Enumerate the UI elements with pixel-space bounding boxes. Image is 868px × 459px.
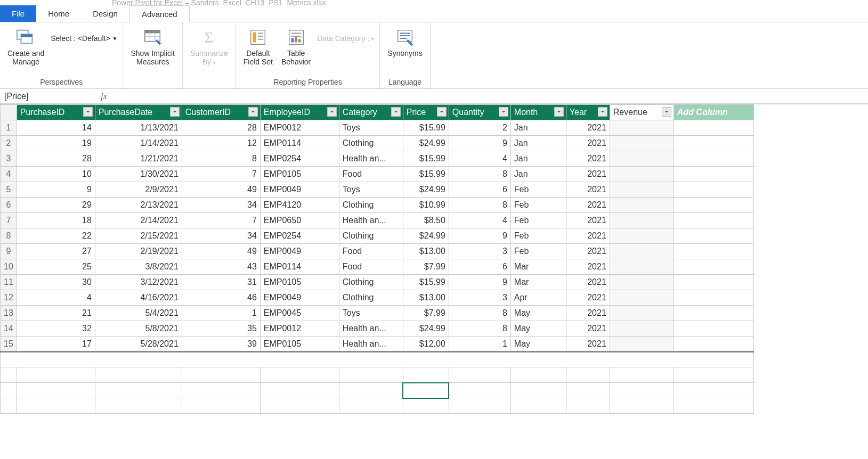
cell-purchaseid[interactable]: 30 xyxy=(17,275,95,290)
cell-price[interactable]: $12.00 xyxy=(403,337,449,352)
measure-cell[interactable] xyxy=(17,398,95,414)
tab-home[interactable]: Home xyxy=(36,5,81,22)
cell-revenue[interactable] xyxy=(610,321,674,337)
column-header-category[interactable]: Category xyxy=(339,105,403,120)
measure-cell[interactable] xyxy=(17,383,95,398)
cell-employeeid[interactable]: EMP0045 xyxy=(260,306,339,321)
cell-quantity[interactable]: 3 xyxy=(449,290,510,306)
cell-purchaseid[interactable]: 22 xyxy=(17,228,95,244)
measure-cell[interactable] xyxy=(566,367,610,383)
cell-year[interactable]: 2021 xyxy=(566,290,610,306)
cell-month[interactable]: May xyxy=(510,306,566,321)
measure-cell[interactable] xyxy=(95,367,182,383)
cell-addcol[interactable] xyxy=(674,275,753,290)
cell-revenue[interactable] xyxy=(610,120,674,136)
cell-year[interactable]: 2021 xyxy=(566,275,610,290)
row-header[interactable]: 9 xyxy=(1,244,17,259)
cell-revenue[interactable] xyxy=(610,182,674,198)
cell-price[interactable]: $15.99 xyxy=(403,275,449,290)
measure-cell[interactable] xyxy=(566,398,610,414)
cell-purchaseid[interactable]: 4 xyxy=(17,290,95,306)
cell-price[interactable]: $10.99 xyxy=(403,198,449,213)
cell-purchasedate[interactable]: 1/30/2021 xyxy=(95,167,182,182)
row-header[interactable]: 8 xyxy=(1,228,17,244)
cell-price[interactable]: $24.99 xyxy=(403,321,449,337)
cell-price[interactable]: $15.99 xyxy=(403,167,449,182)
cell-month[interactable]: Feb xyxy=(510,228,566,244)
row-header[interactable]: 15 xyxy=(1,337,17,352)
synonyms-button[interactable]: Synonyms xyxy=(385,26,424,59)
cell-month[interactable]: Jan xyxy=(510,120,566,136)
filter-dropdown-icon[interactable] xyxy=(248,107,258,117)
filter-dropdown-icon[interactable] xyxy=(83,107,93,117)
measure-cell[interactable] xyxy=(403,398,449,414)
formula-input[interactable] xyxy=(115,89,868,103)
cell-month[interactable]: Jan xyxy=(510,136,566,151)
measure-cell[interactable] xyxy=(610,398,674,414)
cell-purchaseid[interactable]: 27 xyxy=(17,244,95,259)
cell-revenue[interactable] xyxy=(610,151,674,167)
cell-year[interactable]: 2021 xyxy=(566,321,610,337)
cell-purchasedate[interactable]: 2/14/2021 xyxy=(95,213,182,228)
cell-addcol[interactable] xyxy=(674,151,753,167)
cell-employeeid[interactable]: EMP4120 xyxy=(260,198,339,213)
cell-quantity[interactable]: 1 xyxy=(449,337,510,352)
cell-addcol[interactable] xyxy=(674,290,753,306)
cell-purchasedate[interactable]: 5/4/2021 xyxy=(95,306,182,321)
cell-addcol[interactable] xyxy=(674,136,753,151)
row-header[interactable]: 1 xyxy=(1,120,17,136)
measure-cell[interactable] xyxy=(510,398,566,414)
row-header[interactable]: 2 xyxy=(1,136,17,151)
cell-price[interactable]: $15.99 xyxy=(403,120,449,136)
cell-year[interactable]: 2021 xyxy=(566,228,610,244)
cell-purchasedate[interactable]: 1/14/2021 xyxy=(95,136,182,151)
cell-customerid[interactable]: 46 xyxy=(182,290,260,306)
cell-employeeid[interactable]: EMP0254 xyxy=(260,228,339,244)
cell-quantity[interactable]: 8 xyxy=(449,321,510,337)
cell-revenue[interactable] xyxy=(610,228,674,244)
measure-cell[interactable] xyxy=(510,383,566,398)
corner-cell[interactable] xyxy=(1,105,17,120)
add-column-header[interactable]: Add Column xyxy=(674,105,753,120)
measure-cell[interactable] xyxy=(339,383,403,398)
cell-price[interactable]: $24.99 xyxy=(403,228,449,244)
cell-customerid[interactable]: 35 xyxy=(182,321,260,337)
filter-dropdown-icon[interactable] xyxy=(437,107,447,117)
cell-month[interactable]: Mar xyxy=(510,259,566,275)
row-header[interactable]: 5 xyxy=(1,182,17,198)
tab-design[interactable]: Design xyxy=(81,5,129,22)
cell-category[interactable]: Food xyxy=(339,259,403,275)
cell-customerid[interactable]: 49 xyxy=(182,244,260,259)
cell-quantity[interactable]: 4 xyxy=(449,213,510,228)
cell-year[interactable]: 2021 xyxy=(566,244,610,259)
measure-cell[interactable] xyxy=(260,367,339,383)
cell-quantity[interactable]: 8 xyxy=(449,198,510,213)
cell-revenue[interactable] xyxy=(610,275,674,290)
row-header[interactable]: 13 xyxy=(1,306,17,321)
cell-quantity[interactable]: 3 xyxy=(449,244,510,259)
cell-quantity[interactable]: 4 xyxy=(449,151,510,167)
cell-employeeid[interactable]: EMP0012 xyxy=(260,321,339,337)
cell-addcol[interactable] xyxy=(674,120,753,136)
perspective-select[interactable]: Select : <Default> ▼ xyxy=(51,26,117,43)
cell-category[interactable]: Health an... xyxy=(339,321,403,337)
cell-price[interactable]: $13.00 xyxy=(403,244,449,259)
cell-purchasedate[interactable]: 3/12/2021 xyxy=(95,275,182,290)
cell-month[interactable]: May xyxy=(510,337,566,352)
column-header-purchaseid[interactable]: PurchaseID xyxy=(17,105,95,120)
cell-customerid[interactable]: 49 xyxy=(182,182,260,198)
cell-revenue[interactable] xyxy=(610,244,674,259)
cell-revenue[interactable] xyxy=(610,167,674,182)
cell-employeeid[interactable]: EMP0049 xyxy=(260,244,339,259)
row-header[interactable]: 7 xyxy=(1,213,17,228)
cell-revenue[interactable] xyxy=(610,306,674,321)
filter-dropdown-icon[interactable] xyxy=(391,107,401,117)
tab-file[interactable]: File xyxy=(0,5,36,22)
cell-purchaseid[interactable]: 29 xyxy=(17,198,95,213)
cell-revenue[interactable] xyxy=(610,290,674,306)
cell-month[interactable]: Apr xyxy=(510,290,566,306)
cell-price[interactable]: $15.99 xyxy=(403,151,449,167)
cell-quantity[interactable]: 8 xyxy=(449,167,510,182)
cell-quantity[interactable]: 6 xyxy=(449,259,510,275)
cell-month[interactable]: Jan xyxy=(510,167,566,182)
